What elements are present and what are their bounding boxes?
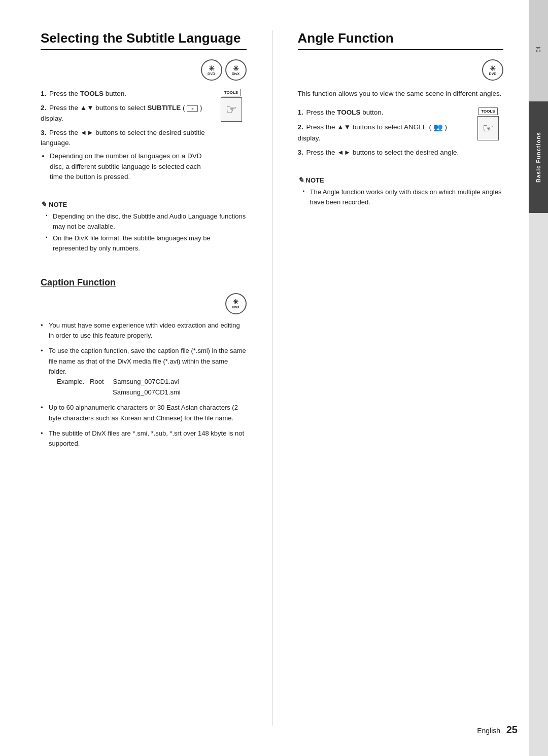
subtitle-note-item-1: Depending on the disc, the Subtitle and … <box>46 211 247 231</box>
angle-dvd-icon: ✳ DVD <box>482 59 503 81</box>
caption-divx-icon: ✳ DivX <box>225 293 247 314</box>
language-label: English <box>477 727 500 735</box>
subtitle-step-2: 2. Press the ▲▼ buttons to select SUBTIT… <box>41 103 211 124</box>
subtitle-note-label: NOTE <box>49 201 67 208</box>
example-file2: Samsung_007CD1.smi <box>113 388 181 396</box>
step2-bold: SUBTITLE <box>147 104 181 112</box>
tools-image: TOOLS ☞ <box>216 89 247 193</box>
subtitle-step-3: 3. Press the ◄► buttons to select the de… <box>41 128 211 182</box>
angle-function-title: Angle Function <box>298 30 504 50</box>
chapter-label-area: Basic Functions <box>529 101 548 213</box>
dvd-plus-symbol: ✳ <box>209 65 215 72</box>
angle-person-icon: 👥 <box>433 123 443 131</box>
angle-steps-list: 1. Press the TOOLS button. 2. Press the … <box>298 107 468 162</box>
angle-intro: This function allows you to view the sam… <box>298 89 504 99</box>
angle-note-label: NOTE <box>306 176 324 184</box>
caption-divx-label: DivX <box>232 305 239 309</box>
angle-note-pencil-icon: ✎ <box>298 176 304 184</box>
subtitle-icons-row: ✳ DVD ✳ DivX <box>41 59 247 81</box>
example-label: Example. <box>57 378 84 385</box>
caption-example: Example. Root Samsung_007CD1.avi Samsung… <box>57 377 247 398</box>
caption-bullet-3: Up to 60 alphanumeric characters or 30 E… <box>41 403 247 423</box>
angle-step1-bold: TOOLS <box>337 109 360 116</box>
dvd-icon: ✳ DVD <box>201 59 222 81</box>
angle-dvd-label: DVD <box>489 72 497 76</box>
angle-tools-label: TOOLS <box>478 107 497 115</box>
page-number: 25 <box>506 724 518 735</box>
subtitle-sub-bullet-1: Depending on the number of languages on … <box>50 151 211 182</box>
angle-step2-num: 2. <box>298 123 303 131</box>
note-pencil-icon: ✎ <box>41 200 47 208</box>
angle-hand-icon: ☞ <box>477 116 499 140</box>
angle-step3-num: 3. <box>298 149 303 156</box>
angle-dvd-plus: ✳ <box>490 65 496 72</box>
subtitle-language-title: Selecting the Subtitle Language <box>41 30 247 50</box>
caption-bullet-4: The subtitle of DivX files are *.smi, *.… <box>41 428 247 449</box>
subtitle-note-item-2: On the DivX file format, the subtitle la… <box>46 233 247 253</box>
step1-num: 1. <box>41 90 46 97</box>
subtitle-note-items: Depending on the disc, the Subtitle and … <box>46 211 247 253</box>
caption-bullet-2: To use the caption function, save the ca… <box>41 346 247 398</box>
footer: English 25 <box>477 724 518 736</box>
subtitle-note: ✎ NOTE Depending on the disc, the Subtit… <box>41 200 247 255</box>
subtitle-note-title: ✎ NOTE <box>41 200 247 208</box>
step3-num: 3. <box>41 129 46 136</box>
caption-icon-row: ✳ DivX <box>41 293 247 314</box>
tools-label: TOOLS <box>222 89 241 96</box>
subtitle-steps-list: 1. Press the TOOLS button. 2. Press the … <box>41 89 211 186</box>
angle-note-items: The Angle function works only with discs… <box>303 187 504 207</box>
example-file1: Samsung_007CD1.avi <box>113 378 179 385</box>
divx-icon: ✳ DivX <box>225 59 247 81</box>
caption-section: Caption Function ✳ DivX You must have so… <box>41 277 247 454</box>
chapter-label: Basic Functions <box>535 132 541 183</box>
angle-steps-area: 1. Press the TOOLS button. 2. Press the … <box>298 107 504 169</box>
caption-bullets: You must have some experience with video… <box>41 320 247 449</box>
chapter-number-area: 04 <box>529 0 548 101</box>
step2-num: 2. <box>41 104 46 112</box>
subtitle-step-1: 1. Press the TOOLS button. <box>41 89 211 99</box>
main-content: Selecting the Subtitle Language ✳ DVD ✳ … <box>0 0 529 756</box>
angle-step-1: 1. Press the TOOLS button. <box>298 107 468 118</box>
divx-plus-symbol: ✳ <box>233 65 239 72</box>
right-column: Angle Function ✳ DVD This function allow… <box>298 30 504 726</box>
example-root: Root <box>90 378 104 385</box>
column-divider <box>272 30 272 726</box>
subtitle-sub-bullets: Depending on the number of languages on … <box>50 151 211 182</box>
chapter-number: 04 <box>536 47 541 52</box>
left-column: Selecting the Subtitle Language ✳ DVD ✳ … <box>41 30 247 726</box>
angle-note: ✎ NOTE The Angle function works only wit… <box>298 176 504 209</box>
subtitle-steps-area: 1. Press the TOOLS button. 2. Press the … <box>41 89 247 193</box>
angle-tools-image: TOOLS ☞ <box>473 107 503 169</box>
caption-title: Caption Function <box>41 277 247 288</box>
hand-pointing-icon: ☞ <box>221 97 242 122</box>
caption-bullet-2-text: To use the caption function, save the ca… <box>49 347 246 375</box>
dvd-label: DVD <box>208 72 215 76</box>
angle-step-3: 3. Press the ◄► buttons to select the de… <box>298 148 468 158</box>
angle-note-title: ✎ NOTE <box>298 176 504 184</box>
angle-step-2: 2. Press the ▲▼ buttons to select ANGLE … <box>298 122 468 143</box>
step1-bold: TOOLS <box>80 90 104 97</box>
caption-divx-plus: ✳ <box>233 299 238 305</box>
angle-note-item-1: The Angle function works only with discs… <box>303 187 504 207</box>
side-tab: 04 Basic Functions <box>529 0 548 756</box>
angle-icon-row: ✳ DVD <box>298 59 504 81</box>
divx-label: DivX <box>232 72 240 76</box>
subtitle-symbol: ≡ <box>187 105 198 112</box>
caption-bullet-1: You must have some experience with video… <box>41 320 247 341</box>
angle-step1-num: 1. <box>298 109 303 116</box>
